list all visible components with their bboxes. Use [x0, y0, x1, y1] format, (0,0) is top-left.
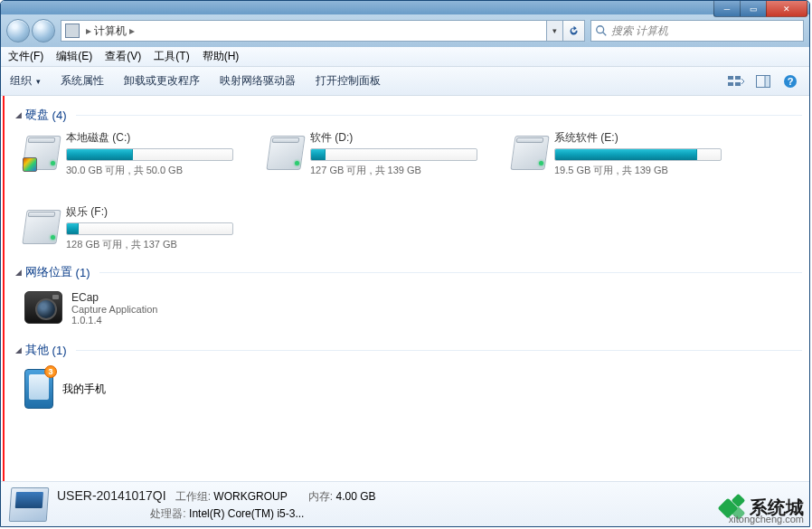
- usage-bar: [66, 148, 233, 161]
- titlebar[interactable]: ─ ▭ ✕: [1, 1, 809, 14]
- change-view-button[interactable]: [726, 71, 746, 91]
- drive-stat: 128 GB 可用 , 共 137 GB: [66, 238, 250, 251]
- drive-c[interactable]: 本地磁盘 (C:) 30.0 GB 可用 , 共 50.0 GB: [24, 130, 250, 177]
- group-header-other[interactable]: ◢ 其他 (1): [15, 342, 802, 358]
- address-sep: ▸: [83, 24, 94, 37]
- watermark-url: xitongcheng.com: [729, 514, 804, 524]
- drive-stat: 127 GB 可用 , 共 139 GB: [310, 164, 495, 177]
- net-item-name: ECap: [71, 291, 157, 304]
- drive-name: 本地磁盘 (C:): [66, 130, 250, 146]
- drive-icon: [24, 210, 59, 244]
- group-title: 其他: [25, 342, 49, 358]
- forward-button[interactable]: [32, 19, 55, 43]
- network-item-ecap[interactable]: ECap Capture Application 1.0.1.4: [15, 288, 802, 336]
- drive-stat: 19.5 GB 可用 , 共 139 GB: [554, 164, 739, 177]
- collapse-icon: ◢: [15, 110, 25, 119]
- computer-icon: [65, 24, 80, 38]
- menu-bar: 文件(F) 编辑(E) 查看(V) 工具(T) 帮助(H): [1, 47, 809, 67]
- usage-bar: [66, 222, 233, 235]
- svg-rect-4: [735, 76, 741, 80]
- drive-stat: 30.0 GB 可用 , 共 50.0 GB: [66, 164, 250, 177]
- toolbar: 组织 系统属性 卸载或更改程序 映射网络驱动器 打开控制面板 ?: [1, 67, 809, 96]
- search-icon: [595, 24, 608, 37]
- svg-rect-5: [735, 82, 741, 86]
- drive-icon: [24, 136, 59, 170]
- status-bar: USER-20141017QI 工作组: WORKGROUP 内存: 4.00 …: [1, 481, 809, 526]
- minimize-button[interactable]: ─: [713, 1, 741, 17]
- menu-view[interactable]: 查看(V): [105, 49, 141, 64]
- help-button[interactable]: ?: [780, 71, 800, 91]
- system-properties-button[interactable]: 系统属性: [61, 73, 104, 89]
- svg-line-1: [603, 33, 607, 36]
- drive-e[interactable]: 系统软件 (E:) 19.5 GB 可用 , 共 139 GB: [513, 130, 739, 177]
- organize-button[interactable]: 组织: [10, 73, 41, 89]
- net-item-version: 1.0.1.4: [71, 315, 157, 326]
- address-wrap: ▸ 计算机 ▸ ▾: [61, 20, 585, 42]
- back-button[interactable]: [6, 19, 30, 43]
- status-text: USER-20141017QI 工作组: WORKGROUP 内存: 4.00 …: [57, 486, 376, 522]
- open-control-panel-button[interactable]: 打开控制面板: [316, 73, 381, 89]
- nav-bar: ▸ 计算机 ▸ ▾ 搜索 计算机: [1, 14, 809, 47]
- drive-name: 软件 (D:): [310, 130, 495, 146]
- other-item-phone[interactable]: 3 我的手机: [15, 365, 802, 427]
- menu-edit[interactable]: 编辑(E): [56, 49, 92, 64]
- address-dropdown[interactable]: ▾: [547, 20, 563, 42]
- collapse-icon: ◢: [15, 268, 25, 277]
- svg-rect-7: [765, 75, 770, 87]
- drive-name: 娱乐 (F:): [66, 204, 250, 220]
- notification-badge: 3: [44, 365, 57, 378]
- address-sep: ▸: [127, 24, 137, 37]
- close-button[interactable]: ✕: [766, 1, 807, 17]
- computer-name: USER-20141017QI: [57, 488, 166, 503]
- svg-rect-3: [728, 82, 733, 86]
- drive-name: 系统软件 (E:): [554, 130, 739, 146]
- explorer-window: ─ ▭ ✕ ▸ 计算机 ▸ ▾ 搜索 计算机 文件(F): [0, 0, 810, 527]
- drives-grid: 本地磁盘 (C:) 30.0 GB 可用 , 共 50.0 GB 软件 (D:)…: [15, 130, 802, 251]
- svg-point-0: [597, 26, 604, 33]
- camera-icon: [24, 291, 62, 324]
- svg-rect-2: [728, 76, 733, 80]
- maximize-button[interactable]: ▭: [740, 1, 767, 17]
- menu-tools[interactable]: 工具(T): [154, 49, 189, 64]
- address-bar[interactable]: ▸ 计算机 ▸: [61, 20, 547, 42]
- preview-pane-button[interactable]: [753, 71, 773, 91]
- drive-d[interactable]: 软件 (D:) 127 GB 可用 , 共 139 GB: [269, 130, 495, 177]
- uninstall-programs-button[interactable]: 卸载或更改程序: [124, 73, 200, 89]
- net-item-desc: Capture Application: [71, 304, 157, 315]
- group-header-network[interactable]: ◢ 网络位置 (1): [15, 264, 802, 280]
- search-input[interactable]: 搜索 计算机: [590, 20, 804, 42]
- svg-text:?: ?: [788, 76, 794, 87]
- usage-bar: [554, 148, 722, 161]
- phone-icon: 3: [24, 369, 53, 409]
- drive-icon: [513, 136, 547, 170]
- drive-icon: [269, 136, 303, 170]
- collapse-icon: ◢: [15, 345, 25, 354]
- group-title: 硬盘: [25, 107, 49, 123]
- group-header-hdd[interactable]: ◢ 硬盘 (4): [15, 107, 802, 123]
- nav-history: [6, 19, 55, 43]
- computer-icon: [9, 487, 50, 522]
- content-area: ◢ 硬盘 (4) 本地磁盘 (C:) 30.0 GB 可用 , 共 50.0 G…: [1, 96, 809, 481]
- group-title: 网络位置: [25, 264, 72, 280]
- menu-file[interactable]: 文件(F): [8, 49, 43, 64]
- watermark: 系统城 xitongcheng.com: [719, 494, 804, 521]
- annotation-highlight: [3, 96, 5, 481]
- map-network-drive-button[interactable]: 映射网络驱动器: [220, 73, 296, 89]
- search-placeholder: 搜索 计算机: [611, 24, 668, 39]
- menu-help[interactable]: 帮助(H): [203, 49, 240, 64]
- window-buttons: ─ ▭ ✕: [714, 1, 807, 17]
- usage-bar: [310, 148, 477, 161]
- address-location: 计算机: [94, 24, 127, 39]
- refresh-icon: [568, 25, 580, 37]
- other-item-name: 我的手机: [62, 382, 106, 397]
- drive-f[interactable]: 娱乐 (F:) 128 GB 可用 , 共 137 GB: [24, 204, 250, 251]
- refresh-button[interactable]: [563, 20, 585, 42]
